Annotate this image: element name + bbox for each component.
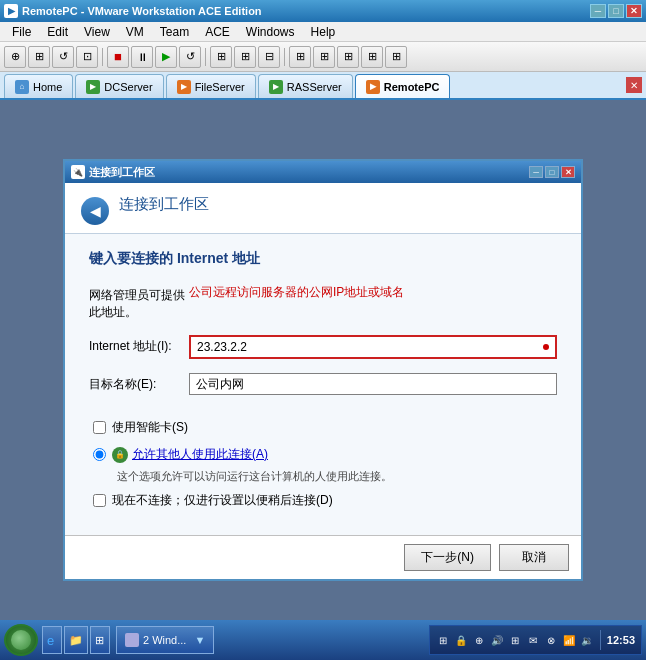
taskbar-window-icon [125, 633, 139, 647]
target-input-container [189, 373, 557, 395]
toolbar-btn-12[interactable]: ⊞ [385, 46, 407, 68]
smart-card-checkbox[interactable] [93, 421, 106, 434]
wizard-header: ◀ 连接到工作区 [65, 183, 581, 233]
wizard-content: ◀ 连接到工作区 键入要连接的 Internet 地址 网络管理员可提供此地址。… [65, 183, 581, 579]
internet-label: Internet 地址(I): [89, 335, 189, 355]
ie-icon: e [47, 633, 54, 648]
taskbar: e 📁 ⊞ 2 Wind... ▼ ⊞ 🔒 ⊕ 🔊 ⊞ ✉ ⊗ 📶 🔉 12:5… [0, 620, 646, 660]
menu-help[interactable]: Help [303, 23, 344, 41]
tabs-close-button[interactable]: ✕ [626, 77, 642, 93]
tab-home-icon: ⌂ [15, 80, 29, 94]
dialog-title-text: 连接到工作区 [89, 165, 155, 180]
not-now-label: 现在不连接；仅进行设置以便稍后连接(D) [112, 492, 333, 509]
toolbar-btn-10[interactable]: ⊞ [337, 46, 359, 68]
back-button[interactable]: ◀ [81, 197, 109, 225]
wizard-footer: 下一步(N) 取消 [65, 535, 581, 579]
menu-team[interactable]: Team [152, 23, 197, 41]
system-tray: ⊞ 🔒 ⊕ 🔊 ⊞ ✉ ⊗ 📶 🔉 12:53 [429, 625, 642, 655]
toolbar-sep-1 [102, 48, 103, 66]
tray-icon-sound[interactable]: 🔉 [580, 633, 594, 647]
tab-rasserver[interactable]: ▶ RASServer [258, 74, 353, 98]
tray-icon-4[interactable]: 🔊 [490, 633, 504, 647]
red-dot-marker [543, 344, 549, 350]
quick-launch-2[interactable]: 📁 [64, 626, 88, 654]
menu-view[interactable]: View [76, 23, 118, 41]
tab-fileserver[interactable]: ▶ FileServer [166, 74, 256, 98]
next-button[interactable]: 下一步(N) [404, 544, 491, 571]
toolbar-btn-stop[interactable]: ■ [107, 46, 129, 68]
not-now-checkbox[interactable] [93, 494, 106, 507]
tab-rasserver-label: RASServer [287, 81, 342, 93]
menu-ace[interactable]: ACE [197, 23, 238, 41]
quick-launch: e 📁 ⊞ [42, 626, 110, 654]
dialog-close-button[interactable]: ✕ [561, 166, 575, 178]
dialog-maximize-button[interactable]: □ [545, 166, 559, 178]
allow-others-label[interactable]: 允许其他人使用此连接(A) [132, 446, 268, 463]
app-window: ▶ RemotePC - VMware Workstation ACE Edit… [0, 0, 646, 660]
form-row-internet: Internet 地址(I): [89, 335, 557, 359]
minimize-button[interactable]: ─ [590, 4, 606, 18]
cancel-button[interactable]: 取消 [499, 544, 569, 571]
allow-others-radio[interactable] [93, 448, 106, 461]
toolbar-btn-7[interactable]: ⊟ [258, 46, 280, 68]
tab-fileserver-icon: ▶ [177, 80, 191, 94]
target-name-input[interactable] [189, 373, 557, 395]
menu-windows[interactable]: Windows [238, 23, 303, 41]
tray-icon-1[interactable]: ⊞ [436, 633, 450, 647]
tabs-bar: ⌂ Home ▶ DCServer ▶ FileServer ▶ RASServ… [0, 72, 646, 100]
tab-home[interactable]: ⌂ Home [4, 74, 73, 98]
internet-address-input[interactable] [189, 335, 557, 359]
tab-dcserver-icon: ▶ [86, 80, 100, 94]
toolbar-btn-5[interactable]: ⊞ [210, 46, 232, 68]
dialog-minimize-button[interactable]: ─ [529, 166, 543, 178]
taskbar-dropdown-icon[interactable]: ▼ [194, 634, 205, 646]
menu-vm[interactable]: VM [118, 23, 152, 41]
dialog-window: 🔌 连接到工作区 ─ □ ✕ ◀ 连接到工作区 键入要连接的 Internet … [63, 159, 583, 581]
quick-launch-ie[interactable]: e [42, 626, 62, 654]
wizard-body: 键入要连接的 Internet 地址 网络管理员可提供此地址。 公司远程访问服务… [65, 233, 581, 535]
menu-file[interactable]: File [4, 23, 39, 41]
toolbar-btn-8[interactable]: ⊞ [289, 46, 311, 68]
start-button[interactable] [4, 624, 38, 656]
toolbar-btn-4[interactable]: ⊡ [76, 46, 98, 68]
checkbox-not-now: 现在不连接；仅进行设置以便稍后连接(D) [89, 492, 557, 509]
toolbar-btn-2[interactable]: ⊞ [28, 46, 50, 68]
toolbar-btn-11[interactable]: ⊞ [361, 46, 383, 68]
quick-launch-3[interactable]: ⊞ [90, 626, 110, 654]
tab-remotepc[interactable]: ▶ RemotePC [355, 74, 451, 98]
tray-icon-2[interactable]: 🔒 [454, 633, 468, 647]
tray-icon-3[interactable]: ⊕ [472, 633, 486, 647]
tab-dcserver[interactable]: ▶ DCServer [75, 74, 163, 98]
vmware-icon: ▶ [4, 4, 18, 18]
taskbar-window-label: 2 Wind... [143, 634, 186, 646]
tray-icon-6[interactable]: ⊗ [544, 633, 558, 647]
smart-card-label: 使用智能卡(S) [112, 419, 188, 436]
clock: 12:53 [607, 634, 635, 646]
toolbar-btn-9[interactable]: ⊞ [313, 46, 335, 68]
taskbar-window-item[interactable]: 2 Wind... ▼ [116, 626, 214, 654]
toolbar-btn-6[interactable]: ⊞ [234, 46, 256, 68]
tray-icon-5[interactable]: ✉ [526, 633, 540, 647]
form-note-content: 公司远程访问服务器的公网IP地址或域名 [189, 284, 557, 303]
radio-allow-others: 🔒 允许其他人使用此连接(A) [89, 446, 557, 463]
toolbar-btn-play[interactable]: ▶ [155, 46, 177, 68]
dialog-title-icon: 🔌 [71, 165, 85, 179]
tray-icon-vmware[interactable]: ⊞ [508, 633, 522, 647]
toolbar-btn-restart[interactable]: ↺ [179, 46, 201, 68]
start-button-inner [11, 630, 31, 650]
close-button[interactable]: ✕ [626, 4, 642, 18]
menu-edit[interactable]: Edit [39, 23, 76, 41]
title-bar-controls: ─ □ ✕ [590, 4, 642, 18]
toolbar-btn-pause[interactable]: ⏸ [131, 46, 153, 68]
form-note-label: 网络管理员可提供此地址。 [89, 284, 189, 321]
tab-home-label: Home [33, 81, 62, 93]
dialog-title-controls: ─ □ ✕ [529, 166, 575, 178]
wizard-main-title: 键入要连接的 Internet 地址 [89, 250, 557, 268]
spacer [89, 409, 557, 419]
maximize-button[interactable]: □ [608, 4, 624, 18]
toolbar-btn-1[interactable]: ⊕ [4, 46, 26, 68]
toolbar-btn-3[interactable]: ↺ [52, 46, 74, 68]
tray-icon-network[interactable]: 📶 [562, 633, 576, 647]
allow-others-subtext: 这个选项允许可以访问运行这台计算机的人使用此连接。 [89, 469, 557, 484]
dialog-title-bar: 🔌 连接到工作区 ─ □ ✕ [65, 161, 581, 183]
